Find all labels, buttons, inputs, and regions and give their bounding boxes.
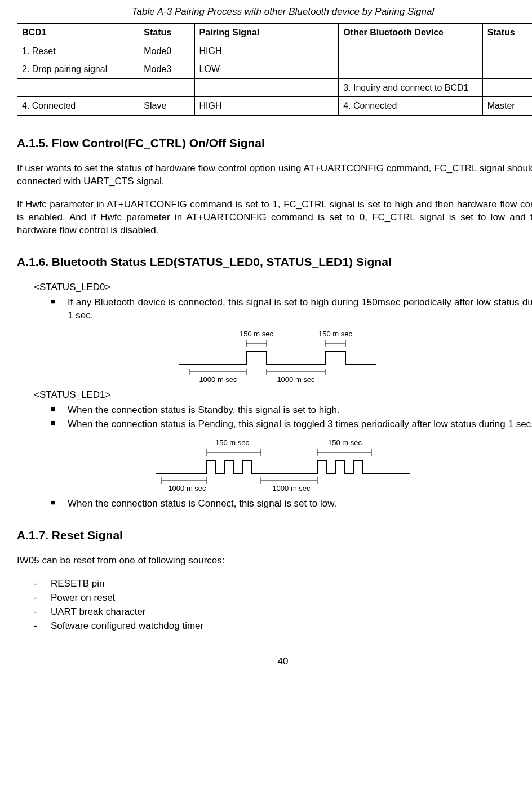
led0-label: <STATUS_LED0> xyxy=(34,281,532,294)
timing-diagram-led0: 150 m sec 150 m sec 1000 m sec 1000 m se… xyxy=(173,328,393,384)
heading-a15: A.1.5. Flow Control(FC_CTRL) On/Off Sign… xyxy=(17,135,532,151)
th-status: Status xyxy=(139,23,194,42)
heading-a16: A.1.6. Bluetooth Status LED(STATUS_LED0,… xyxy=(17,254,532,270)
table-row: 4. Connected Slave HIGH 4. Connected Mas… xyxy=(17,97,533,116)
diagram-label: 150 m sec xyxy=(240,330,273,338)
list-item: If any Bluetooth device is connected, th… xyxy=(51,296,532,322)
cell: Mode0 xyxy=(139,42,194,60)
list-item: UART break character xyxy=(34,606,532,619)
cell: HIGH xyxy=(194,42,339,60)
diagram-label: 1000 m sec xyxy=(277,375,315,384)
list-item: When the connection status is Standby, t… xyxy=(51,404,532,417)
list-item: RESETB pin xyxy=(34,578,532,591)
diagram-label: 1000 m sec xyxy=(272,484,311,492)
cell: 3. Inquiry and connect to BCD1 xyxy=(339,78,483,97)
cell: 2. Drop pairing signal xyxy=(17,60,139,79)
a17-list: RESETB pin Power on reset UART break cha… xyxy=(34,578,532,633)
table-header-row: BCD1 Status Pairing Signal Other Bluetoo… xyxy=(17,23,533,42)
list-item: When the connection status is Connect, t… xyxy=(51,498,532,511)
cell: 4. Connected xyxy=(17,97,139,116)
cell xyxy=(482,78,532,97)
a15-p2: If Hwfc parameter in AT+UARTCONFIG comma… xyxy=(17,198,532,237)
led1-label: <STATUS_LED1> xyxy=(34,389,532,402)
a15-p1: If user wants to set the status of hardw… xyxy=(17,162,532,188)
diagram-label: 1000 m sec xyxy=(199,375,237,384)
timing-diagram-led1: 150 m sec 150 m sec 1000 m sec 1000 m se… xyxy=(150,437,415,493)
th-other: Other Bluetooth Device xyxy=(339,23,483,42)
diagram-label: 150 m sec xyxy=(318,330,352,338)
th-signal: Pairing Signal xyxy=(194,23,339,42)
th-status2: Status xyxy=(482,23,532,42)
led1-list-after: When the connection status is Connect, t… xyxy=(51,498,532,511)
diagram-label: 1000 m sec xyxy=(168,484,206,492)
led0-list: If any Bluetooth device is connected, th… xyxy=(51,296,532,322)
table-row: 2. Drop pairing signal Mode3 LOW xyxy=(17,60,533,79)
cell: HIGH xyxy=(194,97,339,116)
pairing-table: BCD1 Status Pairing Signal Other Bluetoo… xyxy=(17,23,532,116)
cell xyxy=(17,78,139,97)
diagram-label: 150 m sec xyxy=(215,438,249,447)
a17-p1: IW05 can be reset from one of following … xyxy=(17,554,532,567)
cell xyxy=(339,42,483,60)
th-bcd1: BCD1 xyxy=(17,23,139,42)
cell: Master xyxy=(482,97,532,116)
list-item: Power on reset xyxy=(34,592,532,605)
cell: 4. Connected xyxy=(339,97,483,116)
list-item: When the connection status is Pending, t… xyxy=(51,418,532,431)
cell: Slave xyxy=(139,97,194,116)
cell xyxy=(482,42,532,60)
table-title: Table A-3 Pairing Process with other Blu… xyxy=(17,6,532,19)
cell: 1. Reset xyxy=(17,42,139,60)
cell xyxy=(339,60,483,79)
cell: LOW xyxy=(194,60,339,79)
cell: Mode3 xyxy=(139,60,194,79)
cell xyxy=(139,78,194,97)
page-number: 40 xyxy=(17,655,532,668)
table-row: 1. Reset Mode0 HIGH xyxy=(17,42,533,60)
list-item: Software configured watchdog timer xyxy=(34,620,532,633)
cell xyxy=(194,78,339,97)
table-row: 3. Inquiry and connect to BCD1 xyxy=(17,78,533,97)
heading-a17: A.1.7. Reset Signal xyxy=(17,527,532,543)
diagram-label: 150 m sec xyxy=(328,438,362,447)
cell xyxy=(482,60,532,79)
led1-list: When the connection status is Standby, t… xyxy=(51,404,532,431)
